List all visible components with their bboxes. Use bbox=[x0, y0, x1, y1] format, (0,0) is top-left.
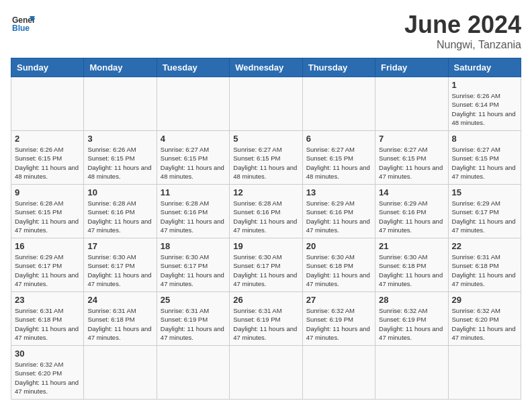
day-29: 29 Sunrise: 6:32 AMSunset: 6:20 PMDaylig… bbox=[448, 292, 521, 346]
empty-cell bbox=[84, 346, 157, 400]
day-14: 14 Sunrise: 6:29 AMSunset: 6:16 PMDaylig… bbox=[375, 185, 448, 238]
day-17: 17 Sunrise: 6:30 AMSunset: 6:17 PMDaylig… bbox=[84, 238, 157, 292]
empty-cell bbox=[230, 77, 302, 131]
svg-text:Blue: Blue bbox=[12, 24, 30, 33]
day-6: 6 Sunrise: 6:27 AMSunset: 6:15 PMDayligh… bbox=[302, 131, 375, 185]
day-25: 25 Sunrise: 6:31 AMSunset: 6:19 PMDaylig… bbox=[157, 292, 229, 346]
day-24: 24 Sunrise: 6:31 AMSunset: 6:18 PMDaylig… bbox=[84, 292, 157, 346]
day-28: 28 Sunrise: 6:32 AMSunset: 6:19 PMDaylig… bbox=[375, 292, 448, 346]
empty-cell bbox=[157, 77, 229, 131]
day-5: 5 Sunrise: 6:27 AMSunset: 6:15 PMDayligh… bbox=[230, 131, 302, 185]
day-23: 23 Sunrise: 6:31 AMSunset: 6:18 PMDaylig… bbox=[11, 292, 84, 346]
header-sunday: Sunday bbox=[11, 58, 84, 77]
week-row-3: 9 Sunrise: 6:28 AMSunset: 6:15 PMDayligh… bbox=[11, 185, 521, 238]
day-7: 7 Sunrise: 6:27 AMSunset: 6:15 PMDayligh… bbox=[375, 131, 448, 185]
empty-cell bbox=[11, 77, 84, 131]
day-20: 20 Sunrise: 6:30 AMSunset: 6:18 PMDaylig… bbox=[302, 238, 375, 292]
empty-cell bbox=[84, 77, 157, 131]
header-saturday: Saturday bbox=[448, 58, 521, 77]
empty-cell bbox=[375, 346, 448, 400]
day-12: 12 Sunrise: 6:28 AMSunset: 6:16 PMDaylig… bbox=[230, 185, 302, 238]
title-area: June 2024 Nungwi, Tanzania bbox=[404, 11, 521, 51]
week-row-1: 1 Sunrise: 6:26 AMSunset: 6:14 PMDayligh… bbox=[11, 77, 521, 131]
day-9: 9 Sunrise: 6:28 AMSunset: 6:15 PMDayligh… bbox=[11, 185, 84, 238]
day-22: 22 Sunrise: 6:31 AMSunset: 6:18 PMDaylig… bbox=[448, 238, 521, 292]
logo-icon: General Blue bbox=[11, 11, 35, 35]
day-19: 19 Sunrise: 6:30 AMSunset: 6:17 PMDaylig… bbox=[230, 238, 302, 292]
location-title: Nungwi, Tanzania bbox=[404, 39, 521, 51]
day-27: 27 Sunrise: 6:32 AMSunset: 6:19 PMDaylig… bbox=[302, 292, 375, 346]
empty-cell bbox=[302, 346, 375, 400]
logo: General Blue bbox=[11, 11, 35, 35]
header-thursday: Thursday bbox=[302, 58, 375, 77]
header-monday: Monday bbox=[84, 58, 157, 77]
week-row-5: 23 Sunrise: 6:31 AMSunset: 6:18 PMDaylig… bbox=[11, 292, 521, 346]
day-18: 18 Sunrise: 6:30 AMSunset: 6:17 PMDaylig… bbox=[157, 238, 229, 292]
weekday-header-row: Sunday Monday Tuesday Wednesday Thursday… bbox=[11, 58, 521, 77]
empty-cell bbox=[230, 346, 302, 400]
empty-cell bbox=[157, 346, 229, 400]
header-tuesday: Tuesday bbox=[157, 58, 229, 77]
empty-cell bbox=[448, 346, 521, 400]
page-header: General Blue June 2024 Nungwi, Tanzania bbox=[11, 11, 521, 51]
month-title: June 2024 bbox=[404, 11, 521, 39]
calendar-table: Sunday Monday Tuesday Wednesday Thursday… bbox=[11, 58, 521, 400]
day-11: 11 Sunrise: 6:28 AMSunset: 6:16 PMDaylig… bbox=[157, 185, 229, 238]
header-friday: Friday bbox=[375, 58, 448, 77]
empty-cell bbox=[375, 77, 448, 131]
week-row-2: 2 Sunrise: 6:26 AMSunset: 6:15 PMDayligh… bbox=[11, 131, 521, 185]
day-3: 3 Sunrise: 6:26 AMSunset: 6:15 PMDayligh… bbox=[84, 131, 157, 185]
week-row-6: 30 Sunrise: 6:32 AMSunset: 6:20 PMDaylig… bbox=[11, 346, 521, 400]
day-2: 2 Sunrise: 6:26 AMSunset: 6:15 PMDayligh… bbox=[11, 131, 84, 185]
day-1: 1 Sunrise: 6:26 AMSunset: 6:14 PMDayligh… bbox=[448, 77, 521, 131]
day-21: 21 Sunrise: 6:30 AMSunset: 6:18 PMDaylig… bbox=[375, 238, 448, 292]
day-8: 8 Sunrise: 6:27 AMSunset: 6:15 PMDayligh… bbox=[448, 131, 521, 185]
week-row-4: 16 Sunrise: 6:29 AMSunset: 6:17 PMDaylig… bbox=[11, 238, 521, 292]
day-4: 4 Sunrise: 6:27 AMSunset: 6:15 PMDayligh… bbox=[157, 131, 229, 185]
day-13: 13 Sunrise: 6:29 AMSunset: 6:16 PMDaylig… bbox=[302, 185, 375, 238]
day-15: 15 Sunrise: 6:29 AMSunset: 6:17 PMDaylig… bbox=[448, 185, 521, 238]
header-wednesday: Wednesday bbox=[230, 58, 302, 77]
day-16: 16 Sunrise: 6:29 AMSunset: 6:17 PMDaylig… bbox=[11, 238, 84, 292]
empty-cell bbox=[302, 77, 375, 131]
day-30: 30 Sunrise: 6:32 AMSunset: 6:20 PMDaylig… bbox=[11, 346, 84, 400]
day-26: 26 Sunrise: 6:31 AMSunset: 6:19 PMDaylig… bbox=[230, 292, 302, 346]
day-10: 10 Sunrise: 6:28 AMSunset: 6:16 PMDaylig… bbox=[84, 185, 157, 238]
